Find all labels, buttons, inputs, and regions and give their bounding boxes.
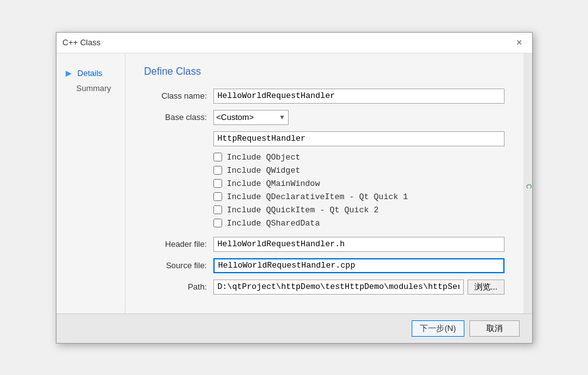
checkbox-qmainwindow-label: Include QMainWindow bbox=[227, 179, 320, 188]
sidebar-item-summary-label: Summary bbox=[77, 84, 112, 93]
header-file-input[interactable] bbox=[213, 237, 505, 252]
source-file-input[interactable] bbox=[213, 258, 505, 273]
right-edge: C bbox=[523, 53, 532, 313]
dropdown-arrow-icon: ▼ bbox=[279, 114, 286, 121]
header-file-row: Header file: bbox=[144, 237, 505, 252]
section-title: Define Class bbox=[144, 66, 505, 77]
path-label: Path: bbox=[144, 282, 213, 291]
browse-button[interactable]: 浏览... bbox=[468, 280, 505, 295]
checkbox-qdeclarativeitem-label: Include QDeclarativeItem - Qt Quick 1 bbox=[227, 192, 409, 202]
path-row: Path: 浏览... bbox=[144, 280, 505, 295]
checkbox-qobject-label: Include QObject bbox=[227, 153, 301, 162]
checkbox-qmainwindow[interactable] bbox=[213, 179, 222, 188]
checkbox-qwidget-label: Include QWidget bbox=[227, 166, 301, 175]
base-class-select[interactable]: <Custom> ▼ bbox=[213, 110, 289, 125]
checkbox-qdeclarativeitem[interactable] bbox=[213, 192, 222, 201]
dialog: C++ Class × ► Details Summary Define Cla… bbox=[56, 32, 533, 344]
arrow-icon: ► bbox=[64, 68, 74, 79]
checkbox-qwidget[interactable] bbox=[213, 166, 222, 175]
base-class-text-input[interactable] bbox=[213, 131, 505, 146]
checkbox-row-qdeclarativeitem: Include QDeclarativeItem - Qt Quick 1 bbox=[213, 192, 505, 202]
dialog-body: ► Details Summary Define Class Class nam… bbox=[56, 53, 523, 313]
source-file-label: Source file: bbox=[144, 261, 213, 270]
base-class-label: Base class: bbox=[144, 112, 213, 122]
close-button[interactable]: × bbox=[513, 36, 526, 49]
checkbox-qshareddata[interactable] bbox=[213, 219, 222, 227]
checkbox-row-qshareddata: Include QSharedData bbox=[213, 219, 505, 228]
dialog-footer: 下一步(N) 取消 bbox=[56, 313, 532, 343]
title-bar: C++ Class × bbox=[56, 33, 532, 53]
header-file-label: Header file: bbox=[144, 239, 213, 249]
class-name-label: Class name: bbox=[144, 91, 213, 101]
source-file-row: Source file: bbox=[144, 258, 505, 273]
sidebar: ► Details Summary bbox=[56, 53, 126, 313]
checkboxes-section: Include QObject Include QWidget Include … bbox=[213, 153, 505, 228]
sidebar-item-summary[interactable]: Summary bbox=[63, 81, 119, 95]
main-content: Define Class Class name: Base class: <Cu… bbox=[126, 53, 523, 313]
checkbox-qshareddata-label: Include QSharedData bbox=[227, 219, 320, 228]
checkbox-qobject[interactable] bbox=[213, 153, 222, 161]
checkbox-row-qwidget: Include QWidget bbox=[213, 166, 505, 175]
checkbox-row-qmainwindow: Include QMainWindow bbox=[213, 179, 505, 188]
checkbox-row-qquickitem: Include QQuickItem - Qt Quick 2 bbox=[213, 205, 505, 215]
base-class-select-value: <Custom> bbox=[216, 112, 254, 122]
dialog-title: C++ Class bbox=[63, 38, 101, 47]
base-class-row: Base class: <Custom> ▼ bbox=[144, 110, 505, 125]
checkbox-qquickitem-label: Include QQuickItem - Qt Quick 2 bbox=[227, 205, 379, 215]
path-input[interactable] bbox=[213, 280, 464, 295]
base-class-text-row bbox=[144, 131, 505, 146]
class-name-input[interactable] bbox=[213, 89, 505, 104]
checkbox-row-qobject: Include QObject bbox=[213, 153, 505, 162]
cancel-button[interactable]: 取消 bbox=[469, 320, 520, 337]
sidebar-item-details[interactable]: ► Details bbox=[63, 66, 119, 81]
checkbox-qquickitem[interactable] bbox=[213, 205, 222, 214]
class-name-row: Class name: bbox=[144, 89, 505, 104]
sidebar-item-details-label: Details bbox=[77, 68, 102, 78]
next-button[interactable]: 下一步(N) bbox=[412, 320, 464, 337]
